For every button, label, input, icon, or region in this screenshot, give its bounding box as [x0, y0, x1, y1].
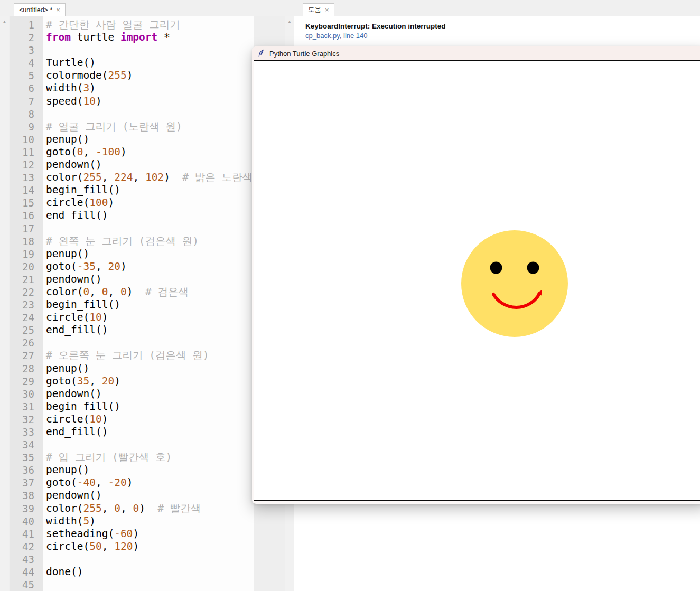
help-tab-close-icon[interactable]: ×	[325, 6, 329, 13]
line-number: 44	[10, 566, 43, 578]
code-line[interactable]: 8	[10, 108, 254, 120]
line-number: 19	[10, 248, 43, 260]
code-line[interactable]: 13color(255, 224, 102) # 밝은 노란색	[10, 171, 254, 184]
code-line[interactable]: 10penup()	[10, 133, 254, 146]
code-text	[43, 578, 46, 591]
code-line[interactable]: 20goto(-35, 20)	[10, 260, 254, 273]
code-line[interactable]: 2from turtle import *	[10, 31, 254, 44]
line-number: 6	[10, 82, 43, 95]
code-line[interactable]: 19penup()	[10, 248, 254, 260]
code-line[interactable]: 27# 오른쪽 눈 그리기 (검은색 원)	[10, 349, 254, 362]
code-line[interactable]: 11goto(0, -100)	[10, 146, 254, 158]
scroll-up-icon[interactable]: ▲	[0, 19, 9, 24]
line-number: 15	[10, 196, 43, 209]
code-line[interactable]: 15circle(100)	[10, 196, 254, 209]
code-line[interactable]: 42circle(50, 120)	[10, 540, 254, 553]
code-text: end_fill()	[43, 324, 108, 336]
code-line[interactable]: 6width(3)	[10, 82, 254, 95]
line-number: 30	[10, 388, 43, 400]
code-line[interactable]: 12pendown()	[10, 158, 254, 171]
editor-tab-label: <untitled> *	[19, 6, 52, 14]
code-text: pendown()	[43, 489, 102, 502]
tab-help[interactable]: 도움 ×	[303, 3, 334, 16]
code-text: pendown()	[43, 273, 102, 286]
line-number: 3	[10, 44, 43, 57]
tab-strip: <untitled> * × 도움 ×	[0, 0, 700, 16]
code-line[interactable]: 22color(0, 0, 0) # 검은색	[10, 286, 254, 298]
code-text: penup()	[43, 464, 89, 476]
code-line[interactable]: 30pendown()	[10, 388, 254, 400]
code-line[interactable]: 1# 간단한 사람 얼굴 그리기	[10, 18, 254, 31]
code-text: end_fill()	[43, 209, 108, 222]
code-text: circle(100)	[43, 196, 114, 209]
code-text: # 오른쪽 눈 그리기 (검은색 원)	[43, 349, 209, 362]
code-line[interactable]: 21pendown()	[10, 273, 254, 286]
code-line[interactable]: 34	[10, 438, 254, 451]
line-number: 45	[10, 578, 43, 591]
code-line[interactable]: 5colormode(255)	[10, 69, 254, 82]
line-number: 10	[10, 133, 43, 146]
code-text: penup()	[43, 133, 89, 146]
code-line[interactable]: 25end_fill()	[10, 324, 254, 336]
code-text: begin_fill()	[43, 298, 120, 311]
line-number: 34	[10, 438, 43, 451]
code-line[interactable]: 24circle(10)	[10, 311, 254, 324]
code-text: color(255, 224, 102) # 밝은 노란색	[43, 171, 253, 184]
code-text: begin_fill()	[43, 400, 120, 413]
code-line[interactable]: 39color(255, 0, 0) # 빨간색	[10, 502, 254, 515]
line-number: 26	[10, 336, 43, 349]
code-line[interactable]: 41setheading(-60)	[10, 528, 254, 540]
editor-left-scrollbar[interactable]: ▲	[0, 16, 9, 591]
code-line[interactable]: 17	[10, 222, 254, 235]
error-location-link[interactable]: cp_back.py, line 140	[305, 32, 368, 40]
code-text: # 입 그리기 (빨간색 호)	[43, 451, 172, 464]
line-number: 13	[10, 171, 43, 184]
code-line[interactable]: 37goto(-40, -20)	[10, 476, 254, 489]
code-text: penup()	[43, 248, 89, 260]
error-message: KeyboardInterrupt: Execution interrupted	[305, 22, 700, 31]
turtle-window-title-bar[interactable]: Python Turtle Graphics	[252, 46, 700, 60]
code-line[interactable]: 31begin_fill()	[10, 400, 254, 413]
line-number: 41	[10, 528, 43, 540]
help-tab-label: 도움	[308, 5, 321, 14]
line-number: 17	[10, 222, 43, 235]
code-text	[43, 438, 46, 451]
scroll-up-icon[interactable]: ▲	[285, 19, 294, 24]
code-line[interactable]: 38pendown()	[10, 489, 254, 502]
code-line[interactable]: 7speed(10)	[10, 95, 254, 108]
editor-tab-close-icon[interactable]: ×	[56, 6, 60, 13]
line-number: 14	[10, 184, 43, 196]
line-number: 16	[10, 209, 43, 222]
code-line[interactable]: 29goto(35, 20)	[10, 375, 254, 388]
code-line[interactable]: 28penup()	[10, 362, 254, 375]
code-text	[43, 222, 46, 235]
code-line[interactable]: 16end_fill()	[10, 209, 254, 222]
line-number: 21	[10, 273, 43, 286]
code-line[interactable]: 32circle(10)	[10, 413, 254, 426]
turtle-canvas[interactable]	[254, 60, 700, 501]
code-line[interactable]: 18# 왼쪽 눈 그리기 (검은색 원)	[10, 235, 254, 248]
code-line[interactable]: 33end_fill()	[10, 426, 254, 438]
code-text: colormode(255)	[43, 69, 133, 82]
tab-editor-untitled[interactable]: <untitled> * ×	[14, 3, 66, 16]
code-line[interactable]: 23begin_fill()	[10, 298, 254, 311]
code-line[interactable]: 40width(5)	[10, 515, 254, 528]
line-number: 35	[10, 451, 43, 464]
code-line[interactable]: 4Turtle()	[10, 57, 254, 69]
code-line[interactable]: 9# 얼굴 그리기 (노란색 원)	[10, 120, 254, 133]
code-text: done()	[43, 566, 83, 578]
code-line[interactable]: 36penup()	[10, 464, 254, 476]
code-editor[interactable]: 1# 간단한 사람 얼굴 그리기2from turtle import *34T…	[10, 16, 254, 591]
code-line[interactable]: 43	[10, 553, 254, 566]
turtle-graphics-window[interactable]: Python Turtle Graphics	[252, 46, 700, 504]
code-line[interactable]: 45	[10, 578, 254, 591]
code-line[interactable]: 44done()	[10, 566, 254, 578]
code-line[interactable]: 26	[10, 336, 254, 349]
code-line[interactable]: 35# 입 그리기 (빨간색 호)	[10, 451, 254, 464]
code-line[interactable]: 3	[10, 44, 254, 57]
line-number: 42	[10, 540, 43, 553]
code-text: goto(-40, -20)	[43, 476, 133, 489]
code-line[interactable]: 14begin_fill()	[10, 184, 254, 196]
line-number: 40	[10, 515, 43, 528]
code-text: width(5)	[43, 515, 96, 528]
